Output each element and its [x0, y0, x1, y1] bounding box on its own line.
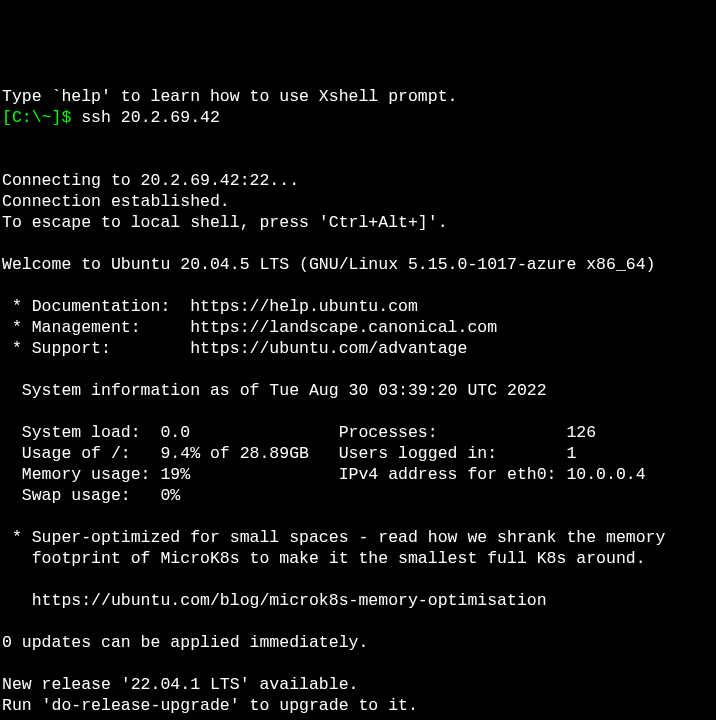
- management-link: * Management: https://landscape.canonica…: [2, 318, 497, 337]
- release-line-1: New release '22.04.1 LTS' available.: [2, 675, 358, 694]
- welcome-line: Welcome to Ubuntu 20.04.5 LTS (GNU/Linux…: [2, 255, 656, 274]
- local-prompt: [C:\~]$: [2, 108, 81, 127]
- microk8s-line-1: * Super-optimized for small spaces - rea…: [2, 528, 665, 547]
- stat-line-4: Swap usage: 0%: [2, 486, 180, 505]
- ssh-command: ssh 20.2.69.42: [81, 108, 220, 127]
- stat-line-1: System load: 0.0 Processes: 126: [2, 423, 596, 442]
- release-line-2: Run 'do-release-upgrade' to upgrade to i…: [2, 696, 418, 715]
- support-link: * Support: https://ubuntu.com/advantage: [2, 339, 467, 358]
- established-line: Connection established.: [2, 192, 230, 211]
- stat-line-3: Memory usage: 19% IPv4 address for eth0:…: [2, 465, 646, 484]
- microk8s-line-2: footprint of MicroK8s to make it the sma…: [2, 549, 646, 568]
- xshell-hint: Type `help' to learn how to use Xshell p…: [2, 87, 457, 106]
- connecting-line: Connecting to 20.2.69.42:22...: [2, 171, 299, 190]
- sysinfo-header: System information as of Tue Aug 30 03:3…: [2, 381, 547, 400]
- escape-hint: To escape to local shell, press 'Ctrl+Al…: [2, 213, 448, 232]
- updates-line: 0 updates can be applied immediately.: [2, 633, 368, 652]
- documentation-link: * Documentation: https://help.ubuntu.com: [2, 297, 418, 316]
- microk8s-link: https://ubuntu.com/blog/microk8s-memory-…: [2, 591, 547, 610]
- stat-line-2: Usage of /: 9.4% of 28.89GB Users logged…: [2, 444, 576, 463]
